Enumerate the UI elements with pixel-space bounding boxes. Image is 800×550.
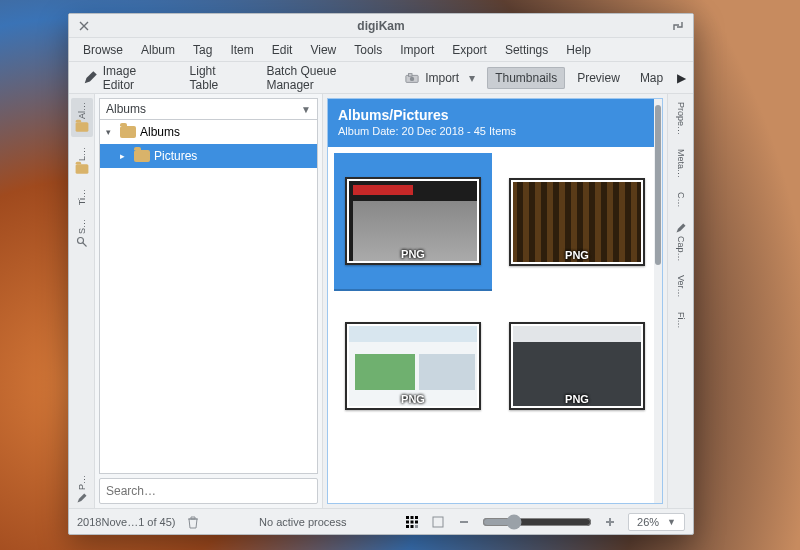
rail-tab-label: Prope… [676, 102, 686, 135]
search-input[interactable] [106, 484, 311, 498]
expand-icon[interactable]: ▸ [120, 151, 130, 161]
breadcrumb: Albums/Pictures [338, 107, 652, 123]
panel-header[interactable]: Albums ▼ [99, 98, 318, 120]
menu-help[interactable]: Help [558, 40, 599, 60]
folder-icon [75, 122, 88, 132]
svg-rect-8 [411, 520, 414, 523]
format-badge: PNG [401, 248, 425, 260]
maximize-icon [673, 21, 683, 31]
light-table-button[interactable]: Light Table [182, 60, 255, 96]
menu-tag[interactable]: Tag [185, 40, 220, 60]
svg-rect-6 [415, 516, 418, 519]
view-thumbnails-label: Thumbnails [495, 71, 557, 85]
tree-label: Pictures [154, 149, 197, 163]
vertical-scrollbar[interactable] [654, 99, 662, 503]
rail-tab-captions[interactable]: Cap… [670, 218, 692, 266]
scrollbar-thumb[interactable] [655, 105, 661, 265]
menu-settings[interactable]: Settings [497, 40, 556, 60]
rail-tab-label: Meta… [676, 149, 686, 178]
right-rail: Prope… Meta… C… Cap… Ver… Fi… [667, 94, 693, 508]
svg-point-3 [77, 238, 83, 244]
rail-tab-timeline[interactable]: Ti… [71, 185, 93, 209]
batch-queue-button[interactable]: Batch Queue Manager [258, 60, 393, 96]
rail-tab-labels[interactable]: L… [71, 143, 93, 179]
thumbnail-cell[interactable]: PNG [334, 153, 492, 291]
search-icon [76, 236, 88, 248]
rail-tab-properties[interactable]: Prope… [670, 98, 692, 139]
menu-item[interactable]: Item [222, 40, 261, 60]
rail-tab-versions[interactable]: Ver… [670, 271, 692, 302]
rail-tab-people[interactable]: P… [71, 471, 93, 508]
thumbnail-cell[interactable]: PNG [498, 153, 656, 291]
chevron-down-icon: ▼ [667, 517, 676, 527]
rail-tab-colors[interactable]: C… [670, 188, 692, 212]
thumbnail-viewport: Albums/Pictures Album Date: 20 Dec 2018 … [327, 98, 663, 504]
view-thumbnails-button[interactable]: Thumbnails [487, 67, 565, 89]
menu-browse[interactable]: Browse [75, 40, 131, 60]
expand-icon[interactable]: ▾ [106, 127, 116, 137]
close-icon [79, 21, 89, 31]
svg-rect-2 [409, 73, 413, 76]
image-editor-button[interactable]: Image Editor [75, 60, 178, 96]
thumbnail-image: PNG [345, 322, 481, 410]
toolbar-overflow-button[interactable]: ▶ [675, 71, 687, 85]
grid3-icon[interactable] [404, 514, 420, 530]
chevron-down-icon: ▼ [301, 104, 311, 115]
status-bar: 2018Nove…1 of 45) No active process 26% … [69, 508, 693, 534]
tree-row-pictures[interactable]: ▸ Pictures [100, 144, 317, 168]
folder-icon [75, 164, 88, 174]
pencil-icon [76, 492, 88, 504]
menubar: Browse Album Tag Item Edit View Tools Im… [69, 38, 693, 62]
window-close-button[interactable] [77, 19, 91, 33]
import-label: Import [425, 71, 459, 85]
toolbar: Image Editor Light Table Batch Queue Man… [69, 62, 693, 94]
thumbnail-cell[interactable]: PNG [334, 297, 492, 435]
menu-album[interactable]: Album [133, 40, 183, 60]
left-rail: Al… L… Ti… S… P… [69, 94, 95, 508]
zoom-slider[interactable] [482, 514, 592, 530]
view-map-button[interactable]: Map [632, 67, 671, 89]
view-preview-label: Preview [577, 71, 620, 85]
rail-tab-filters[interactable]: Fi… [670, 308, 692, 333]
pencil-icon [675, 222, 687, 234]
trash-icon[interactable] [185, 514, 201, 530]
thumbnail-cell[interactable]: PNG [498, 297, 656, 435]
svg-rect-10 [406, 525, 409, 528]
rail-tab-search[interactable]: S… [71, 215, 93, 252]
zoom-percent-box[interactable]: 26% ▼ [628, 513, 685, 531]
svg-rect-12 [415, 525, 418, 528]
zoom-in-icon[interactable] [602, 514, 618, 530]
thumbnail-image: PNG [509, 178, 645, 266]
format-badge: PNG [565, 393, 589, 405]
view-preview-button[interactable]: Preview [569, 67, 628, 89]
rail-tab-metadata[interactable]: Meta… [670, 145, 692, 182]
svg-rect-7 [406, 520, 409, 523]
tree-row-albums[interactable]: ▾ Albums [100, 120, 317, 144]
fit-icon[interactable] [430, 514, 446, 530]
search-box[interactable] [99, 478, 318, 504]
menu-export[interactable]: Export [444, 40, 495, 60]
batch-queue-label: Batch Queue Manager [266, 64, 385, 92]
menu-edit[interactable]: Edit [264, 40, 301, 60]
menu-view[interactable]: View [302, 40, 344, 60]
window-maximize-button[interactable] [671, 19, 685, 33]
rail-tab-label: Ti… [77, 189, 87, 205]
import-button[interactable]: Import ▾ [397, 67, 483, 89]
status-selection-label: 2018Nove…1 of 45) [77, 516, 175, 528]
rail-tab-label: L… [77, 147, 87, 161]
panel-header-label: Albums [106, 102, 146, 116]
menu-tools[interactable]: Tools [346, 40, 390, 60]
svg-rect-16 [609, 518, 611, 526]
format-badge: PNG [565, 249, 589, 261]
zoom-out-icon[interactable] [456, 514, 472, 530]
svg-rect-4 [406, 516, 409, 519]
rail-tab-label: Al… [77, 102, 87, 119]
menu-import[interactable]: Import [392, 40, 442, 60]
svg-rect-5 [411, 516, 414, 519]
rail-tab-albums[interactable]: Al… [71, 98, 93, 137]
rail-tab-label: C… [676, 192, 686, 208]
rail-tab-label: P… [77, 475, 87, 490]
chevron-down-icon: ▾ [469, 71, 475, 85]
titlebar: digiKam [69, 14, 693, 38]
svg-point-1 [410, 76, 414, 80]
